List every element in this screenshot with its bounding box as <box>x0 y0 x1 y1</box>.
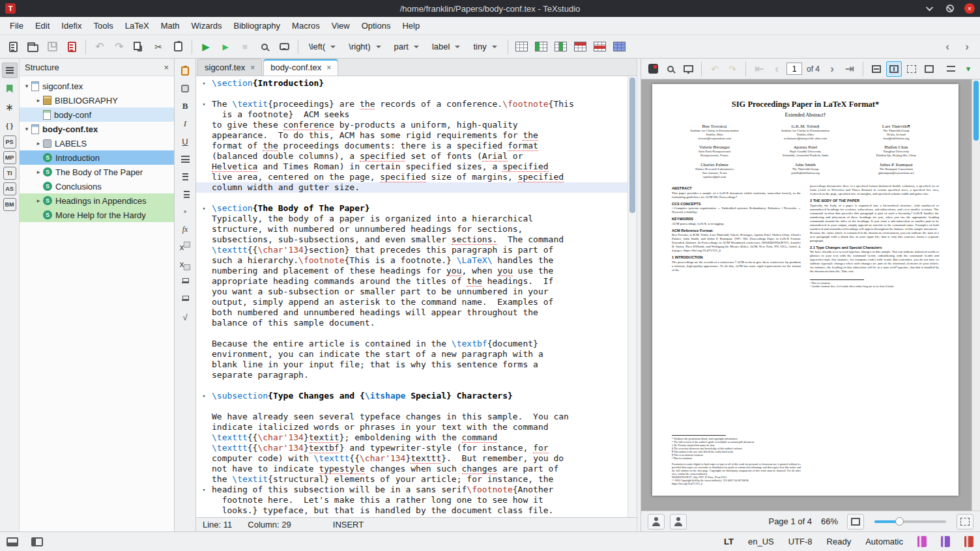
code-line[interactable]: both numbered and unnumbered headings wi… <box>196 307 627 318</box>
previous-document-button[interactable]: ‹ <box>938 38 957 56</box>
code-line[interactable]: appearance. To do this, ACM has some rig… <box>196 130 627 141</box>
sectioning-combo[interactable]: part <box>388 38 425 55</box>
tab-close-icon[interactable]: × <box>250 63 255 72</box>
last-page-button[interactable]: ⇥ <box>842 61 857 77</box>
messages-button[interactable] <box>275 38 293 56</box>
code-line[interactable]: such a hierarchy.\footnote{This is a foo… <box>196 255 627 266</box>
code-line[interactable]: format of the proceedings documents: the… <box>196 141 627 151</box>
code-line[interactable]: separate paragraph. <box>196 370 627 380</box>
code-line[interactable]: column width and gutter size. <box>196 182 627 193</box>
next-page-button[interactable]: › <box>824 61 840 77</box>
toggle-side-panel-icon[interactable] <box>31 537 43 546</box>
tab-sigconf-tex[interactable]: sigconf.tex× <box>197 59 262 76</box>
rail-bm-button[interactable]: BM <box>3 198 16 211</box>
expander-icon[interactable]: ▸ <box>34 97 43 104</box>
code-line[interactable]: to give these conference by-products a u… <box>196 120 627 130</box>
build-and-view-button[interactable]: ▶ <box>197 38 215 56</box>
paste-table-button[interactable] <box>611 38 629 56</box>
code-line[interactable]: environment, you can indicate the start … <box>196 349 627 360</box>
structure-close-icon[interactable]: × <box>164 63 169 72</box>
fit-page-button[interactable] <box>886 61 902 77</box>
code-line[interactable] <box>196 89 627 99</box>
pdf-presentation-button[interactable] <box>680 61 696 77</box>
latex-paste-button[interactable] <box>177 64 193 78</box>
fit-width-button[interactable] <box>869 61 884 77</box>
code-line[interactable]: numbering and placement of these heading… <box>196 266 627 276</box>
code-line[interactable]: the \textit{structural} elements of your… <box>196 474 627 485</box>
dfraction-button[interactable] <box>177 292 193 307</box>
authors-button[interactable] <box>670 514 687 530</box>
code-line[interactable]: We have already seen several typeface ch… <box>196 412 627 422</box>
rail-ps-button[interactable]: PS <box>3 135 16 148</box>
bold-button[interactable]: B <box>177 99 193 113</box>
code-line[interactable]: ▾\section{The Body of The Paper} <box>196 203 627 214</box>
reference-combo[interactable]: label <box>426 38 466 55</box>
menu-math[interactable]: Math <box>155 18 186 33</box>
original-size-button[interactable] <box>904 61 919 77</box>
align-left-button[interactable] <box>177 152 193 166</box>
save-button[interactable] <box>43 38 61 56</box>
subscript-button[interactable]: x□ <box>177 257 193 272</box>
code-line[interactable]: ▾\section{Introduction} <box>196 78 627 89</box>
code-line[interactable]: ▾heading of this subsection will be in a… <box>196 485 627 495</box>
editor-scrollbar-thumb[interactable] <box>629 78 635 213</box>
code-line[interactable]: you want a sub-subsection or smaller par… <box>196 287 627 297</box>
menu-options[interactable]: Options <box>356 18 397 33</box>
editor-scrollbar[interactable] <box>627 76 637 517</box>
sync-source-button[interactable]: ▾ <box>960 61 976 77</box>
structure-item-introduction[interactable]: SIntroduction <box>20 150 174 165</box>
pdf-options-button[interactable] <box>943 61 958 77</box>
structure-item-body-conf[interactable]: body-conf <box>20 107 174 122</box>
menu-tools[interactable]: Tools <box>87 18 119 33</box>
rail-symbols-button[interactable] <box>2 99 18 115</box>
code-line[interactable]: structure, with numbered or unnumbered h… <box>196 224 627 234</box>
copy-button[interactable] <box>130 38 148 56</box>
fold-marker-icon[interactable]: ▾ <box>196 391 212 401</box>
log-marker-icon-2[interactable] <box>941 536 950 547</box>
superscript-button[interactable]: x□ <box>177 240 193 254</box>
structure-item-sigconf-tex[interactable]: ▾sigconf.tex <box>20 79 174 93</box>
remove-row-button[interactable] <box>591 38 609 56</box>
expander-icon[interactable]: ▾ <box>22 126 31 132</box>
fold-marker-icon[interactable]: ▾ <box>196 78 212 89</box>
code-line[interactable]: looks.} typeface, but that is handled by… <box>196 505 627 516</box>
code-line[interactable]: ▾The \textit{proceedings} are the record… <box>196 99 627 109</box>
code-line[interactable] <box>196 380 627 391</box>
view-forward-button[interactable]: ↷ <box>725 61 740 77</box>
rail-structure-button[interactable] <box>2 63 18 78</box>
code-line[interactable]: Helvetica and Times Roman) in certain sp… <box>196 162 627 172</box>
inline-math-button[interactable]: fx <box>177 222 193 236</box>
structure-item-labels[interactable]: ▸LABELS <box>20 136 174 150</box>
rail-as-button[interactable]: AS <box>3 182 16 195</box>
encoding-label[interactable]: UTF-8 <box>788 537 813 546</box>
view-back-button[interactable]: ↶ <box>707 61 723 77</box>
expander-icon[interactable]: ▸ <box>34 140 43 147</box>
right-delimiter-combo[interactable]: \right) <box>343 38 386 55</box>
code-line[interactable]: Typically, the body of a paper is organi… <box>196 214 627 224</box>
pdf-view[interactable]: SIG Proceedings Paper in LaTeX Format* E… <box>641 79 980 511</box>
code-line[interactable]: indicate italicized words or phrases in … <box>196 422 627 432</box>
left-delimiter-combo[interactable]: \left( <box>303 38 341 55</box>
code-line[interactable]: Because the entire article is contained … <box>196 339 627 349</box>
menu-view[interactable]: View <box>326 18 356 33</box>
pdf-scrollbar[interactable] <box>972 79 980 511</box>
page-number-input[interactable] <box>786 63 802 75</box>
code-line[interactable] <box>196 328 627 339</box>
rail-ti-button[interactable]: TI <box>3 167 16 180</box>
line-ending-label[interactable]: Automatic <box>865 537 903 546</box>
view-log-button[interactable] <box>255 38 274 56</box>
underline-button[interactable]: U <box>177 134 193 148</box>
rail-brackets-button[interactable] <box>2 117 18 133</box>
zoom-slider[interactable] <box>874 520 946 523</box>
code-line[interactable]: computer code) with \texttt{{\char'134}t… <box>196 453 627 464</box>
spell-language[interactable]: en_US <box>748 537 774 546</box>
menu-macros[interactable]: Macros <box>286 18 326 33</box>
menu-wizards[interactable]: Wizards <box>186 18 228 33</box>
remove-column-button[interactable] <box>552 38 570 56</box>
add-column-button[interactable] <box>532 38 551 56</box>
annotations-button[interactable] <box>648 514 665 530</box>
first-page-button[interactable]: ⇤ <box>751 61 767 77</box>
italic-button[interactable]: I <box>177 117 193 131</box>
align-center-button[interactable] <box>177 169 193 184</box>
structure-item-bibliography[interactable]: ▸BIBLIOGRAPHY <box>20 93 174 107</box>
